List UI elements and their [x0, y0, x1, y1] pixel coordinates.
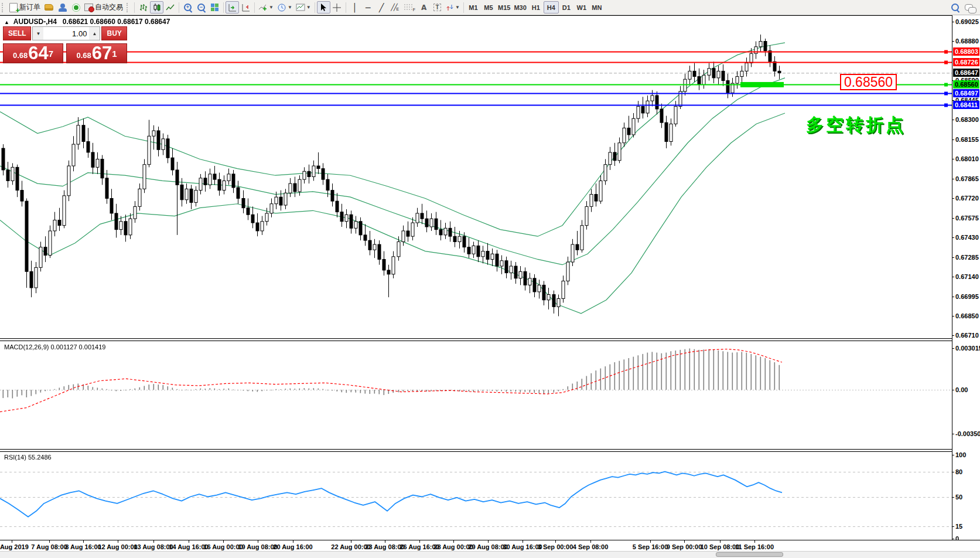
time-tick-mark [153, 540, 154, 543]
macd-pane-canvas[interactable] [0, 341, 952, 449]
horizontal-line-icon: ─ [366, 4, 370, 12]
search-icon [951, 4, 959, 11]
template-icon [296, 3, 305, 12]
candlestick-chart-button[interactable] [150, 1, 163, 13]
autotrading-button[interactable]: 自动交易 [83, 1, 125, 13]
periods-button[interactable]: ▼ [275, 1, 294, 13]
time-tick-mark [453, 540, 454, 543]
time-tick-mark [419, 540, 420, 543]
timeframe-button-w1[interactable]: W1 [574, 1, 589, 13]
indicators-icon [258, 3, 268, 12]
price-tick-mark [952, 22, 954, 22]
text-tool[interactable]: A [417, 1, 431, 13]
time-tick-label: 23 Aug 08:00 [365, 543, 404, 550]
volume-input[interactable] [43, 27, 89, 40]
volume-decrease-button[interactable]: ▼ [33, 27, 43, 40]
fibonacci-f-label: F [413, 8, 415, 12]
price-tick-label: 0.68010 [955, 155, 979, 162]
timeframe-button-d1[interactable]: D1 [559, 1, 574, 13]
price-tick-label: 0.66995 [955, 293, 979, 300]
volume-increase-button[interactable]: ▲ [89, 27, 100, 40]
vertical-line-tool[interactable]: │ [348, 1, 361, 13]
macd-scale-label: -0.003506 [955, 430, 980, 437]
zoom-in-icon: + [184, 4, 192, 11]
time-tick-mark [83, 540, 84, 543]
timeframe-button-mn[interactable]: MN [589, 1, 605, 13]
time-tick-mark [223, 540, 224, 543]
zoom-in-button[interactable]: + [181, 1, 194, 13]
timeframe-button-m1[interactable]: M1 [466, 1, 481, 13]
cursor-button[interactable] [317, 1, 330, 13]
sell-button[interactable]: SELL [3, 26, 31, 40]
sell-price-prefix: 0.68 [13, 50, 28, 62]
time-tick-label: 29 Aug 08:00 [468, 543, 507, 550]
signals-button[interactable] [69, 1, 83, 13]
horizontal-scrollbar-track[interactable] [0, 551, 980, 558]
chevron-down-icon: ▼ [269, 5, 274, 10]
toolbar-grip [2, 3, 6, 12]
community-button[interactable] [56, 1, 69, 13]
main-chart-canvas[interactable] [0, 15, 952, 339]
auto-scroll-button[interactable] [226, 1, 239, 13]
rsi-scale-label: 50 [955, 494, 962, 501]
time-tick-label: 16 Aug 00:00 [203, 543, 243, 550]
time-tick-label: 7 Aug 08:00 [31, 543, 67, 550]
horizontal-scrollbar-thumb[interactable] [716, 552, 783, 557]
time-tick-label: 11 Sep 16:00 [735, 543, 774, 550]
macd-scale-label: 0.00 [955, 386, 968, 393]
rsi-pane-canvas[interactable] [0, 452, 952, 540]
sell-price-pip: 7 [49, 44, 53, 64]
ohlc-bars-icon [139, 3, 148, 12]
indicators-button[interactable]: ▼ [257, 1, 275, 13]
price-tick-mark [952, 297, 954, 297]
time-tick-label: 13 Aug 08:00 [134, 543, 173, 550]
line-chart-button[interactable] [163, 1, 177, 13]
price-tick-mark [952, 179, 954, 179]
price-tick-label: 0.67575 [955, 215, 979, 222]
timeframe-button-m5[interactable]: M5 [481, 1, 496, 13]
time-tick-mark [555, 540, 556, 543]
fibonacci-tool[interactable]: F [402, 1, 417, 13]
price-tick-mark [952, 140, 954, 140]
arrows-tool[interactable]: ▼ [444, 1, 462, 13]
toolbar-separator [315, 2, 315, 13]
new-order-icon [9, 3, 18, 12]
time-tick-mark [590, 540, 591, 543]
time-tick-label: 30 Aug 16:00 [503, 543, 542, 550]
bar-chart-button[interactable] [136, 1, 150, 13]
new-order-button[interactable]: 新订单 [8, 1, 42, 13]
rsi-scale-label: 80 [955, 468, 962, 475]
arrows-icon [446, 4, 454, 12]
tile-windows-button[interactable] [208, 1, 221, 13]
fibonacci-icon [404, 3, 413, 12]
buy-button[interactable]: BUY [101, 26, 127, 40]
macd-tick-mark [952, 348, 954, 349]
chat-button[interactable] [962, 1, 975, 13]
templates-button[interactable]: ▼ [294, 1, 313, 13]
timeframe-button-m15[interactable]: M15 [496, 1, 512, 13]
vertical-line-icon: │ [352, 4, 357, 12]
trendline-tool[interactable]: ╱ [375, 1, 388, 13]
price-tick-mark [952, 218, 954, 219]
rsi-tick-mark [952, 497, 954, 498]
text-label-tool[interactable]: T [431, 1, 444, 13]
timeframe-button-h1[interactable]: H1 [528, 1, 544, 13]
zoom-out-button[interactable]: − [194, 1, 208, 13]
time-tick-label: 3 Sep 00:00 [538, 543, 573, 550]
collapse-icon[interactable]: ▲ [4, 19, 9, 25]
buy-price-quote[interactable]: 0.68 67 1 [66, 43, 127, 63]
chart-shift-button[interactable] [239, 1, 252, 13]
market-watch-button[interactable] [42, 1, 56, 13]
toolbar-separator [134, 2, 135, 13]
time-axis[interactable]: 6 Aug 20197 Aug 08:008 Aug 16:0012 Aug 0… [0, 540, 980, 551]
price-tick-label: 0.67140 [955, 273, 979, 280]
timeframe-button-h4[interactable]: H4 [544, 1, 559, 13]
search-button[interactable] [948, 1, 962, 13]
rsi-tick-mark [952, 526, 954, 527]
sell-price-quote[interactable]: 0.68 64 7 [3, 43, 63, 63]
crosshair-button[interactable] [330, 1, 344, 13]
price-axis[interactable]: 0.690250.688800.685900.684450.683000.681… [952, 15, 980, 540]
horizontal-line-tool[interactable]: ─ [361, 1, 375, 13]
channel-tool[interactable]: ╱╱E [388, 1, 402, 13]
timeframe-button-m30[interactable]: M30 [512, 1, 528, 13]
